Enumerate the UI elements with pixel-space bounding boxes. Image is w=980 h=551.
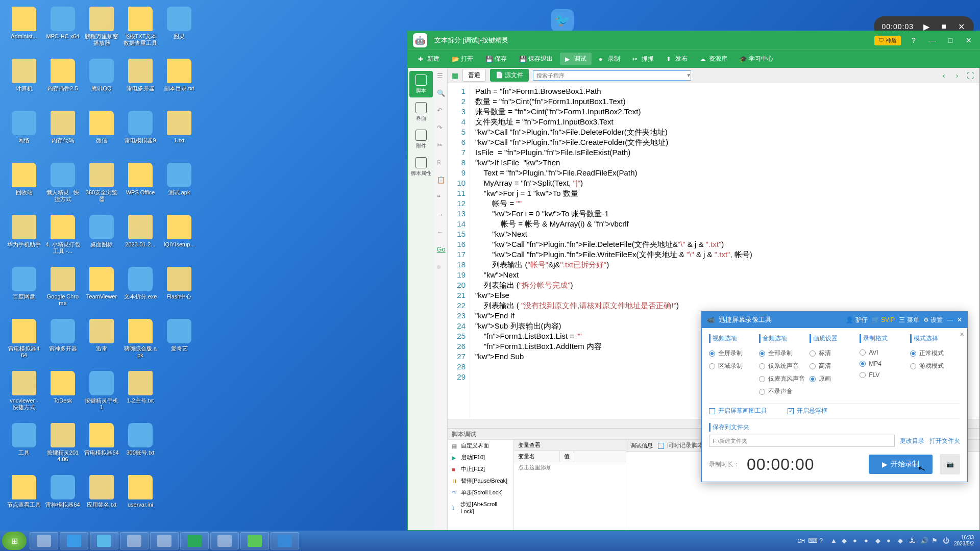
tab-list-icon[interactable]: ▦ [452,71,458,80]
help-icon[interactable]: ? [908,35,919,46]
tray-app-icon[interactable]: ● [864,537,872,545]
redo-icon[interactable]: ↷ [437,124,445,132]
indent-icon[interactable]: → [437,211,445,219]
menu-button[interactable]: 三 菜单 [899,316,919,324]
toolbar-resources-button[interactable]: ☁资源库 [695,53,732,65]
tray-help-icon[interactable]: ? [819,537,827,545]
desktop-icon[interactable]: 懒人精灵 - 快捷方式 [44,161,82,212]
radio-format-0[interactable]: AVI [860,347,910,358]
desktop-icon[interactable]: 1-2主号.txt [121,369,159,420]
desktop-icon[interactable]: 雷电模拟器4 64 [5,317,43,368]
task-app-3[interactable] [180,532,209,549]
paste-icon[interactable]: 📋 [437,176,445,184]
radio-format-1[interactable]: MP4 [860,358,910,369]
search-subprogram-input[interactable] [533,70,691,81]
desktop-icon[interactable]: 雷神模拟器64 [44,473,82,524]
debug-action-1[interactable]: ▶启动[F10] [448,452,513,463]
desktop-icon[interactable]: 4. 小精灵打包工具 -... [44,213,82,264]
copy-icon[interactable]: ⎘ [437,159,445,167]
task-help[interactable] [90,532,118,549]
desktop-icon[interactable]: 猪嗨综合版.apk [121,317,159,368]
desktop-icon[interactable]: 工具 [5,421,43,472]
desktop-icon[interactable]: Administ... [5,5,43,56]
radio-video-1[interactable]: 区域录制 [709,360,759,372]
enable-float-window-checkbox[interactable]: ✓开启悬浮框 [788,407,827,415]
desktop-icon[interactable]: 2023-01-2... [121,213,159,264]
radio-audio-1[interactable]: 仅系统声音 [759,360,809,372]
sidebar-tab-0[interactable]: 脚本 [409,71,433,97]
toolbar-learn-button[interactable]: 🎓学习中心 [734,53,778,65]
desktop-icon[interactable]: 雷电多开器 [121,57,159,108]
desktop-icon[interactable]: vncviewer - 快捷方式 [5,369,43,420]
shield-badge[interactable]: 🛡 神盾 [874,36,901,45]
desktop-icon[interactable]: 按键精灵手机1 [83,369,120,420]
goto-icon[interactable]: Go [437,245,445,254]
debug-action-5[interactable]: ⤵步过[Alt+Scroll Lock] [448,498,513,516]
radio-quality-0[interactable]: 标清 [810,347,860,360]
tray-keyboard-icon[interactable]: ⌨ [808,537,816,545]
toolbar-save-exit-button[interactable]: 💾保存退出 [514,53,558,65]
toolbar-capture-button[interactable]: ✂抓抓 [627,53,659,65]
close-icon[interactable]: ✕ [957,22,966,31]
desktop-icon[interactable]: 雷电模拟器64 [83,421,120,472]
ime-indicator[interactable]: CH [798,538,805,544]
thunder-bird-icon[interactable]: 🐦 [551,9,574,32]
task-wechat[interactable] [240,532,269,549]
enable-draw-tool-checkbox[interactable]: 开启屏幕画图工具 [709,407,767,415]
tray-volume-icon[interactable]: 🔊 [920,537,928,545]
sidebar-tab-1[interactable]: 界面 [409,98,433,125]
desktop-icon[interactable]: 测试.apk [160,161,198,212]
radio-format-2[interactable]: FLV [860,369,910,381]
desktop-icon[interactable]: 华为手机助手 [5,213,43,264]
toolbar-open-button[interactable]: 📂打开 [447,53,478,65]
task-app-4[interactable] [210,532,239,549]
tab-normal[interactable]: 普通 [462,69,486,82]
desktop-icon[interactable]: 图灵 [160,5,198,56]
open-folder-link[interactable]: 打开文件夹 [929,437,960,445]
desktop-icon[interactable]: Flash中心 [160,265,198,316]
user-badge[interactable]: 👤 驴仔 [846,316,867,324]
desktop-icon[interactable]: 按键精灵2014.06 [44,421,82,472]
undo-icon[interactable]: ↶ [437,107,445,115]
debug-action-3[interactable]: ⏸暂停[Pause/Break] [448,475,513,487]
radio-quality-2[interactable]: 原画 [810,372,860,385]
task-ie[interactable] [60,532,88,549]
toolbar-record-button[interactable]: ●录制 [594,53,625,65]
desktop-icon[interactable]: 计算机 [5,57,43,108]
dropdown-icon[interactable]: ▼ [686,72,691,78]
save-path-input[interactable] [709,435,895,447]
task-recorder[interactable] [271,532,299,549]
desktop-icon[interactable]: 桌面图标 [83,213,120,264]
tray-flag-icon[interactable]: ⚑ [932,537,940,545]
task-app-2[interactable] [150,532,179,549]
desktop-icon[interactable]: 内存插件2.5 [44,57,82,108]
toolbar-publish-button[interactable]: ⬆发布 [661,53,693,65]
bookmark-icon[interactable]: ☰ [437,72,445,80]
desktop-icon[interactable]: WPS Office [121,161,159,212]
nav-next-icon[interactable]: › [952,70,962,81]
close-icon[interactable]: ✕ [963,35,974,46]
desktop-icon[interactable]: 应用签名.txt [83,473,120,524]
stop-icon[interactable]: ■ [939,22,948,31]
debug-action-0[interactable]: ▦自定义界面 [448,440,513,452]
sidebar-tab-3[interactable]: 脚本属性 [409,154,433,180]
desktop-icon[interactable]: 鹏程万里加密播放器 [83,5,120,56]
desktop-icon[interactable]: 飞梭TXT文本数据查重工具 [121,5,159,56]
nav-prev-icon[interactable]: ‹ [939,70,949,81]
radio-audio-3[interactable]: 不录声音 [759,385,809,398]
panel-close-icon[interactable]: ✕ [960,331,964,338]
comment-icon[interactable]: ❝ [437,193,445,202]
radio-audio-0[interactable]: 全部录制 [759,347,809,360]
tray-chevron-up-icon[interactable]: ▲ [830,537,839,545]
desktop-icon[interactable]: ToDesk [44,369,82,420]
radio-video-0[interactable]: 全屏录制 [709,347,759,360]
desktop-icon[interactable]: 雷电模拟器9 [121,109,159,160]
format-icon[interactable]: ⟐ [437,263,445,271]
tray-app-icon[interactable]: ● [887,537,895,545]
desktop-icon[interactable]: 360安全浏览器 [83,161,120,212]
svip-badge[interactable]: 🛒 SVIP [872,316,895,323]
radio-mode-1[interactable]: 游戏模式 [910,360,960,372]
var-add-hint[interactable]: 点击这里添加 [514,462,626,473]
desktop-icon[interactable]: 节点查看工具 [5,473,43,524]
fullscreen-icon[interactable]: ⛶ [965,70,975,81]
